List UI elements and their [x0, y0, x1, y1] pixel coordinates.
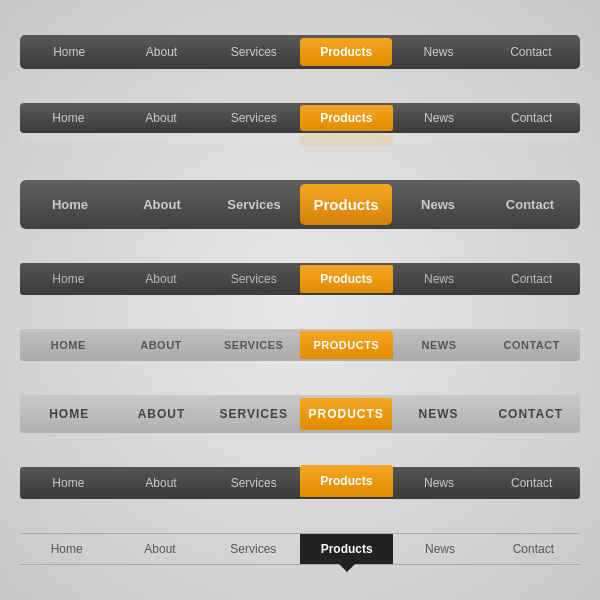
- nav4-services[interactable]: Services: [207, 265, 300, 293]
- navbar-2: Home About Services Products News Contac…: [20, 103, 580, 133]
- nav1-products[interactable]: Products: [300, 38, 392, 66]
- nav8-products[interactable]: Products: [300, 534, 393, 564]
- nav3-contact[interactable]: Contact: [484, 185, 576, 224]
- navbar-3: Home About Services Products News Contac…: [20, 180, 580, 229]
- nav3-news[interactable]: News: [392, 185, 484, 224]
- nav3-services[interactable]: Services: [208, 185, 300, 224]
- nav1-home[interactable]: Home: [23, 38, 115, 66]
- navbar-7: Home About Services Products News Contac…: [20, 467, 580, 499]
- nav6-news[interactable]: NEWS: [392, 398, 484, 430]
- nav4-contact[interactable]: Contact: [485, 265, 578, 293]
- nav7-home[interactable]: Home: [22, 469, 115, 497]
- navbar-2-wrap: Home About Services Products News Contac…: [20, 103, 580, 146]
- nav6-services[interactable]: SERVICES: [208, 398, 300, 430]
- nav7-contact[interactable]: Contact: [485, 469, 578, 497]
- nav4-home[interactable]: Home: [22, 265, 115, 293]
- nav2-home[interactable]: Home: [22, 105, 115, 131]
- nav7-news[interactable]: News: [393, 469, 486, 497]
- nav5-news[interactable]: NEWS: [393, 331, 486, 359]
- nav8-about[interactable]: About: [113, 534, 206, 564]
- nav7-about[interactable]: About: [115, 469, 208, 497]
- nav4-products[interactable]: Products: [300, 265, 393, 293]
- navbar-4: Home About Services Products News Contac…: [20, 263, 580, 295]
- nav6-contact[interactable]: CONTACT: [485, 398, 577, 430]
- nav1-about[interactable]: About: [115, 38, 207, 66]
- nav2-about[interactable]: About: [115, 105, 208, 131]
- navbar-2-reflection: [20, 134, 580, 146]
- nav8-home[interactable]: Home: [20, 534, 113, 564]
- nav3-products[interactable]: Products: [300, 184, 392, 225]
- nav5-contact[interactable]: CONTACT: [485, 331, 578, 359]
- navbar-8-wrap: Home About Services Products News Contac…: [20, 533, 580, 565]
- nav8-contact[interactable]: Contact: [487, 534, 580, 564]
- navbar-1: Home About Services Products News Contac…: [20, 35, 580, 69]
- nav1-news[interactable]: News: [392, 38, 484, 66]
- nav2-news[interactable]: News: [393, 105, 486, 131]
- nav5-products[interactable]: PRODUCTS: [300, 331, 393, 359]
- nav5-services[interactable]: SERVICES: [207, 331, 300, 359]
- nav8-news[interactable]: News: [393, 534, 486, 564]
- nav4-news[interactable]: News: [393, 265, 486, 293]
- navbar-6: HOME ABOUT SERVICES PRODUCTS NEWS CONTAC…: [20, 395, 580, 433]
- nav5-about[interactable]: ABOUT: [115, 331, 208, 359]
- nav3-home[interactable]: Home: [24, 185, 116, 224]
- nav7-services[interactable]: Services: [207, 469, 300, 497]
- nav5-home[interactable]: HOME: [22, 331, 115, 359]
- navbar-5: HOME ABOUT SERVICES PRODUCTS NEWS CONTAC…: [20, 329, 580, 361]
- nav1-services[interactable]: Services: [208, 38, 300, 66]
- navbar-8: Home About Services Products News Contac…: [20, 533, 580, 565]
- nav2-contact[interactable]: Contact: [485, 105, 578, 131]
- nav6-home[interactable]: HOME: [23, 398, 115, 430]
- nav7-products[interactable]: Products: [300, 465, 393, 497]
- nav6-products[interactable]: PRODUCTS: [300, 398, 392, 430]
- nav8-services[interactable]: Services: [207, 534, 300, 564]
- nav2-services[interactable]: Services: [207, 105, 300, 131]
- nav3-about[interactable]: About: [116, 185, 208, 224]
- nav4-about[interactable]: About: [115, 265, 208, 293]
- nav6-about[interactable]: ABOUT: [115, 398, 207, 430]
- nav1-contact[interactable]: Contact: [485, 38, 577, 66]
- nav2-products[interactable]: Products: [300, 105, 393, 131]
